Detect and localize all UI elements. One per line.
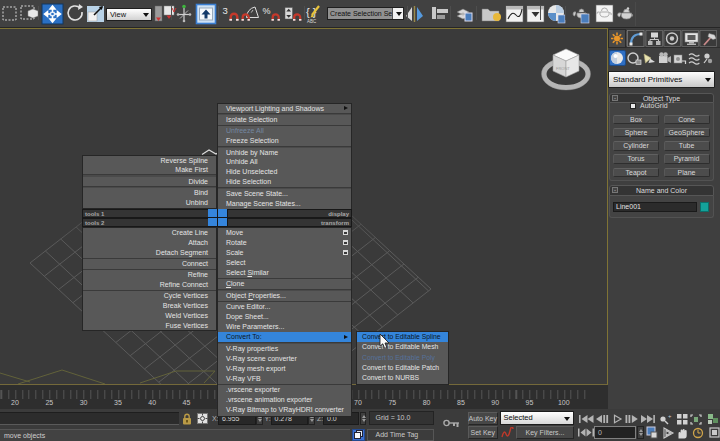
svg-text:3: 3	[223, 5, 228, 16]
svg-text:+: +	[668, 413, 672, 419]
svg-text:%: %	[263, 6, 271, 16]
svg-text:FRONT: FRONT	[556, 66, 570, 71]
svg-text:ABC: ABC	[307, 19, 317, 24]
